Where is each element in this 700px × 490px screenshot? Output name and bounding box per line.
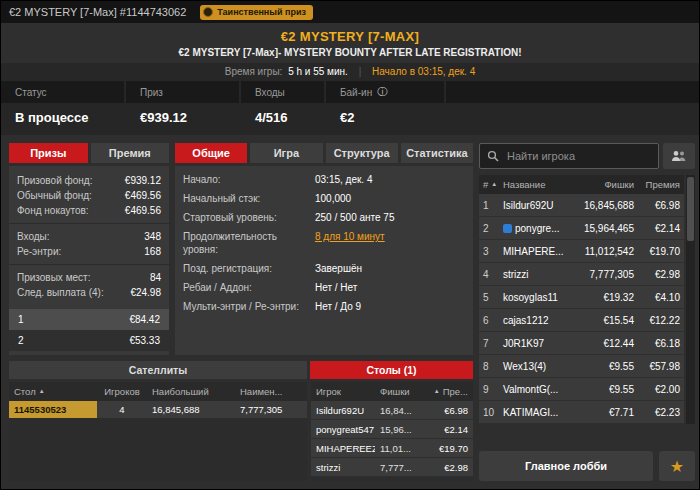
- prize-label: Приз: [126, 81, 241, 103]
- seated-row[interactable]: Isildur692U16,84...€6.98: [311, 401, 473, 420]
- col-largest[interactable]: Наибольший: [147, 382, 235, 401]
- col-chips[interactable]: Фишки: [375, 382, 423, 401]
- search-icon: [487, 150, 499, 162]
- tab-statistics[interactable]: Статистика: [401, 143, 473, 163]
- player-row[interactable]: 10KATIMAGI...€7.71€2.23: [479, 401, 684, 424]
- entries-value: 4/516: [241, 103, 326, 135]
- payout-row-1: 1€84.42: [9, 309, 169, 330]
- buyin-value: €2: [326, 103, 446, 135]
- col-name[interactable]: Название: [499, 175, 574, 194]
- info-icon[interactable]: ⓘ: [377, 85, 387, 99]
- start-time: Начало в 03:15, дек. 4: [372, 66, 475, 77]
- tournament-header: €2 MYSTERY [7-MAX] €2 MYSTERY [7-Max]- M…: [1, 23, 699, 81]
- player-row[interactable]: 2ponygre...15,964,465€2.14: [479, 217, 684, 240]
- payout-list: 1€84.42 2€53.33: [9, 309, 169, 351]
- level-duration-row: Продолжительность уровня:8 для 10 минут: [183, 230, 465, 256]
- favorite-button[interactable]: ★: [659, 451, 695, 481]
- mystery-prize-icon: [203, 7, 213, 17]
- player-row[interactable]: 3MIHAPERE...11,012,542€19.70: [479, 240, 684, 263]
- time-played-value: 5 h и 55 мин.: [288, 66, 348, 77]
- window-title: €2 MYSTERY [7-Max] #1144743062: [9, 6, 186, 18]
- info-tabs: Общие Игра Структура Статистика: [175, 143, 473, 163]
- rebuy-addon-row: Ребаи / Аддон:Нет / Нет: [183, 281, 465, 294]
- col-player[interactable]: Игрок: [311, 382, 375, 401]
- regular-pool-row: Обычный фонд:€469.56: [17, 188, 161, 203]
- level-duration-link[interactable]: 8 для 10 минут: [315, 231, 385, 242]
- tab-tables[interactable]: Столы (1): [310, 361, 473, 379]
- table-players-cell: 4: [97, 401, 147, 418]
- player-row[interactable]: 7J0R1K97€12.44€6.18: [479, 332, 684, 355]
- sort-asc-icon: ▲: [434, 388, 440, 394]
- search-row: [479, 143, 695, 169]
- table-row[interactable]: 1145530523 4 16,845,688 7,777,305: [9, 401, 307, 418]
- table-largest-cell: 16,845,688: [147, 401, 235, 418]
- table-id-cell[interactable]: 1145530523: [9, 401, 97, 418]
- search-input[interactable]: [505, 149, 651, 163]
- divider: [9, 223, 169, 224]
- players-panel: #▲ Название Фишки Премия 1Isildur692U16,…: [479, 143, 695, 481]
- standings-header[interactable]: #▲ Название Фишки Премия: [479, 175, 684, 194]
- player-row[interactable]: 9ValmontG(...€9.55€2.00: [479, 378, 684, 401]
- tab-bounty[interactable]: Премия: [91, 143, 170, 163]
- tab-general[interactable]: Общие: [175, 143, 247, 163]
- col-players[interactable]: Игроков: [97, 382, 147, 401]
- starting-stack-row: Начальный стэк:100,000: [183, 192, 465, 205]
- player-row[interactable]: 1Isildur692U16,845,688€6.98: [479, 194, 684, 217]
- stats-filler2: [446, 103, 699, 135]
- scrollbar[interactable]: [686, 175, 695, 424]
- spacer: [479, 424, 695, 445]
- main-lobby-button[interactable]: Главное лобби: [479, 451, 653, 481]
- separator: |: [359, 66, 362, 77]
- entries-label: Входы: [241, 81, 326, 103]
- tables-row: Стол▲ Игроков Наибольший Наимен... 11455…: [9, 382, 473, 481]
- seated-row[interactable]: MIHAPEREEZD11,01...€19.70: [311, 439, 473, 458]
- main-area: Призы Премия Призовой фонд:€939.12 Обычн…: [1, 135, 699, 489]
- seated-header[interactable]: Игрок Фишки ▲Пре...: [311, 382, 473, 401]
- tables-section: Сателлиты Столы (1) Стол▲ Игроков Наибол…: [9, 361, 473, 481]
- player-row[interactable]: 4strizzi7,777,305€2.98: [479, 263, 684, 286]
- player-row[interactable]: 8Wex13(4)€9.55€57.98: [479, 355, 684, 378]
- player-row[interactable]: 6cajas1212€15.54€12.22: [479, 309, 684, 332]
- col-table[interactable]: Стол▲: [9, 382, 97, 401]
- stats-band: Статус Приз Входы Бай-ин ⓘ В процессе €9…: [1, 81, 699, 135]
- prize-value: €939.12: [126, 103, 241, 135]
- tab-prizes[interactable]: Призы: [9, 143, 88, 163]
- player-row[interactable]: 5kosoyglas11€19.32€4.10: [479, 286, 684, 309]
- stats-filler: [446, 81, 699, 103]
- tab-game[interactable]: Игра: [250, 143, 322, 163]
- seated-row[interactable]: ponygreat54715,96...€2.14: [311, 420, 473, 439]
- tab-satellites[interactable]: Сателлиты: [9, 361, 307, 379]
- ko-pool-row: Фонд нокаутов:€469.56: [17, 203, 161, 218]
- tournament-lobby-window: €2 MYSTERY [7-Max] #1144743062 Таинствен…: [0, 0, 700, 490]
- scrollbar-thumb[interactable]: [687, 177, 694, 241]
- col-rank[interactable]: #▲: [479, 175, 499, 194]
- info-section: Общие Игра Структура Статистика Начало:0…: [175, 143, 473, 355]
- late-reg-row: Позд. регистрация:Завершён: [183, 262, 465, 275]
- time-played-label: Время игры:: [225, 66, 283, 77]
- sort-asc-icon: ▲: [39, 388, 45, 394]
- prizes-tabs: Призы Премия: [9, 143, 169, 163]
- tab-structure[interactable]: Структура: [326, 143, 398, 163]
- seated-filler: [311, 477, 473, 481]
- prize-pool-row: Призовой фонд:€939.12: [17, 173, 161, 188]
- seated-players-list: Игрок Фишки ▲Пре... Isildur692U16,84...€…: [311, 382, 473, 481]
- next-payout-row: След. выплата (4):€24.98: [17, 285, 161, 300]
- tournament-title: €2 MYSTERY [7-MAX]: [1, 29, 699, 44]
- col-chips[interactable]: Фишки: [574, 175, 638, 194]
- players-filter-button[interactable]: [663, 143, 695, 169]
- table-list: Стол▲ Игроков Наибольший Наимен... 11455…: [9, 382, 307, 481]
- prizes-section: Призы Премия Призовой фонд:€939.12 Обычн…: [9, 143, 169, 355]
- entries-row: Входы:348: [17, 229, 161, 244]
- col-bounty[interactable]: Премия: [638, 175, 684, 194]
- player-note-icon: [503, 224, 512, 233]
- status-label: Статус: [1, 81, 126, 103]
- paid-places-row: Призовых мест:84: [17, 270, 161, 285]
- col-bounty[interactable]: ▲Пре...: [423, 382, 473, 401]
- search-box[interactable]: [479, 143, 659, 169]
- tables-tabs: Сателлиты Столы (1): [9, 361, 473, 379]
- seated-row[interactable]: strizzi7,777...€2.98: [311, 458, 473, 477]
- col-smallest[interactable]: Наимен...: [235, 382, 307, 401]
- start-row: Начало:03:15, дек. 4: [183, 173, 465, 186]
- titlebar: €2 MYSTERY [7-Max] #1144743062 Таинствен…: [1, 1, 699, 23]
- table-list-header[interactable]: Стол▲ Игроков Наибольший Наимен...: [9, 382, 307, 401]
